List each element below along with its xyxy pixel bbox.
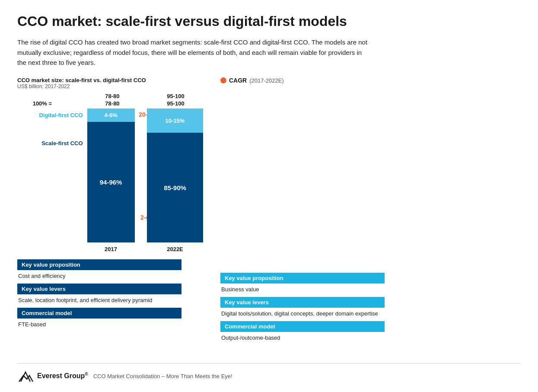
- cagr-legend-period: (2017-2022E): [249, 77, 284, 84]
- bars-and-labels: Digital-first CCO Scale-first CCO 4-6%: [17, 108, 203, 252]
- chart-header: CCO market size: scale-first vs. digital…: [17, 77, 203, 89]
- page-description: The rise of digital CCO has created two …: [17, 37, 372, 67]
- scale-kl-header: Key value levers: [17, 284, 181, 294]
- bar-2017-top: 4-6%: [87, 108, 135, 122]
- bar-2022-column: 10-15% 85-90% 2022E: [147, 108, 203, 252]
- digital-first-label: Digital-first CCO: [39, 112, 83, 119]
- digital-kv-header: Key value proposition: [220, 273, 385, 284]
- cagr-legend: CAGR (2017-2022E): [220, 77, 521, 88]
- bar-2017-column: 4-6% 94-96% 20-25% 2-4% 2017: [87, 108, 135, 252]
- scale-kv-content: Cost and efficiency: [17, 271, 181, 283]
- everest-logo: Everest Group®: [17, 368, 88, 384]
- col2-val: 95-100: [148, 100, 203, 107]
- cagr-dot: [220, 77, 226, 83]
- page-container: CCO market: scale-first versus digital-f…: [0, 0, 538, 392]
- bar-2017-bottom: 94-96%: [87, 122, 135, 242]
- scale-first-label: Scale-first CCO: [41, 140, 83, 147]
- right-column: CAGR (2017-2022E) Key value proposition …: [203, 77, 521, 383]
- brand-name-container: Everest Group®: [37, 372, 88, 380]
- cagr-legend-label: CAGR: [229, 77, 247, 84]
- bar-2017-top-value: 4-6%: [104, 112, 117, 118]
- col2-header: 95-100: [148, 93, 203, 99]
- mountain-icon: [17, 368, 34, 384]
- bar-labels-left: Digital-first CCO Scale-first CCO: [17, 108, 87, 252]
- brand-name: Everest Group®: [37, 372, 88, 380]
- digital-cm-content: Output-/outcome-based: [220, 333, 385, 344]
- digital-first-info: Key value proposition Business value Key…: [220, 273, 385, 344]
- bar-2017-year: 2017: [105, 246, 117, 252]
- footer-tagline: CCO Market Consolidation – More Than Mee…: [93, 373, 232, 379]
- scale-kl-content: Scale, location footprint, and efficient…: [17, 295, 181, 307]
- chart-title: CCO market size: scale-first vs. digital…: [17, 77, 203, 83]
- bar-2022-bottom: 85-90%: [147, 133, 203, 242]
- col1-val: 78-80: [89, 100, 135, 107]
- bar-2017-bottom-value: 94-96%: [100, 178, 122, 186]
- digital-kl-header: Key value levers: [220, 297, 385, 308]
- scale-cm-content: FTE-based: [17, 319, 181, 331]
- bar-2017: 4-6% 94-96% 20-25% 2-4%: [87, 108, 135, 242]
- scale-cm-header: Commercial model: [17, 308, 181, 319]
- chart-subtitle: US$ billion; 2017-2022: [17, 83, 203, 89]
- bar-2022-bottom-value: 85-90%: [164, 184, 186, 191]
- page-title: CCO market: scale-first versus digital-f…: [17, 13, 521, 29]
- footer: Everest Group® CCO Market Consolidation …: [17, 363, 521, 384]
- digital-cm-header: Commercial model: [220, 321, 385, 332]
- hundred-pct-label: 100% =: [17, 100, 55, 107]
- digital-kl-content: Digital tools/solution, digital concepts…: [220, 309, 385, 320]
- scale-kv-header: Key value proposition: [17, 259, 181, 270]
- bar-2022-top-value: 10-15%: [166, 118, 185, 124]
- scale-first-info: Key value proposition Cost and efficienc…: [17, 259, 181, 331]
- main-content: CCO market size: scale-first vs. digital…: [17, 77, 521, 383]
- left-column: CCO market size: scale-first vs. digital…: [17, 77, 203, 383]
- bar-2022: 10-15% 85-90%: [147, 108, 203, 242]
- bar-2022-year: 2022E: [167, 246, 183, 252]
- digital-kv-content: Business value: [220, 284, 385, 296]
- col1-header: 78-80: [89, 93, 136, 99]
- bar-2022-top: 10-15%: [147, 108, 203, 133]
- chart-wrapper: 78-80 95-100 100% = 78-80 95-100 Digital…: [17, 93, 203, 252]
